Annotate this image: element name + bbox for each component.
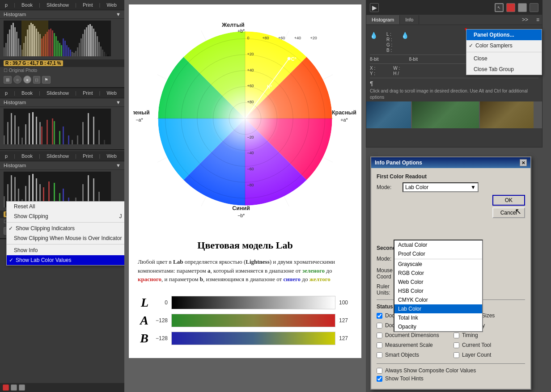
checkbox-current-tool-input[interactable] bbox=[454, 342, 459, 348]
checkbox-always-show-label: Always Show Composite Color Values bbox=[385, 367, 476, 374]
checkbox-doc-sizes-input[interactable] bbox=[377, 313, 382, 319]
eyedropper-icon[interactable]: 💧 bbox=[370, 32, 377, 53]
menu3-web[interactable]: Web bbox=[105, 153, 118, 159]
checkbox-always-show-input[interactable] bbox=[377, 368, 382, 374]
lab-bar-row-a: A −128 127 bbox=[138, 313, 352, 328]
dropdown-close[interactable]: Close bbox=[466, 53, 542, 64]
menu2-p[interactable]: p bbox=[4, 90, 9, 96]
tool-square[interactable]: □ bbox=[33, 76, 40, 84]
context-show-clipping-indicators[interactable]: Show Clipping Indicators bbox=[7, 223, 124, 233]
context-show-clipping-mouse[interactable]: Show Clipping When Mouse is Over Indicat… bbox=[7, 233, 124, 243]
svg-rect-86 bbox=[104, 140, 105, 144]
svg-text:−b*: −b* bbox=[237, 213, 245, 218]
checkbox-layer-count-input[interactable] bbox=[454, 352, 459, 358]
dialog-close-button[interactable]: ✕ bbox=[520, 159, 527, 166]
dropdown-color-samplers[interactable]: Color Samplers bbox=[466, 40, 542, 51]
svg-text:+20: +20 bbox=[247, 52, 254, 56]
checkbox-show-tool-hints-input[interactable] bbox=[377, 376, 382, 382]
checkbox-current-tool: Current Tool bbox=[454, 342, 525, 348]
checkbox-smart-objects-input[interactable] bbox=[377, 352, 382, 358]
histogram2-menu-icon[interactable]: ▼ bbox=[116, 100, 121, 105]
histogram-title-1: Histogram ▼ bbox=[0, 10, 124, 19]
menu3-slideshow[interactable]: Slideshow bbox=[45, 153, 70, 159]
close-btn-left[interactable] bbox=[3, 384, 9, 391]
play-icon[interactable]: ▶ bbox=[370, 3, 379, 12]
tab-more[interactable]: >> bbox=[518, 15, 532, 25]
checkbox-doc-dimensions-input[interactable] bbox=[377, 333, 382, 338]
svg-rect-34 bbox=[63, 38, 64, 56]
red-tool-icon[interactable] bbox=[506, 3, 515, 12]
option-cmyk-color[interactable]: CMYK Color bbox=[394, 295, 482, 304]
menu2-slideshow[interactable]: Slideshow bbox=[45, 90, 70, 96]
checkbox-timing-label: Timing bbox=[462, 332, 478, 338]
option-lab-color[interactable]: Lab Color bbox=[394, 304, 482, 313]
ok-button[interactable]: OK bbox=[492, 195, 525, 206]
eyedropper2-icon[interactable]: 💧 bbox=[401, 32, 409, 53]
first-mode-value: Lab Color bbox=[405, 184, 428, 190]
context-show-lab-color-values[interactable]: ✓ Show Lab Color Values bbox=[7, 255, 124, 265]
option-opacity[interactable]: Opacity bbox=[394, 322, 482, 331]
lab-bar-l bbox=[171, 296, 335, 309]
menu-item-print[interactable]: Print bbox=[81, 2, 94, 8]
checkbox-layer-count-label: Layer Count bbox=[462, 352, 491, 358]
dropdown-close-tab-group[interactable]: Close Tab Group bbox=[466, 64, 542, 75]
svg-rect-42 bbox=[77, 47, 78, 56]
checkbox-measurement-scale-input[interactable] bbox=[377, 342, 382, 348]
option-grayscale[interactable]: Grayscale bbox=[394, 260, 482, 269]
menu3-p[interactable]: p bbox=[4, 153, 9, 159]
menu-item-slideshow[interactable]: Slideshow bbox=[45, 2, 70, 8]
selection-tool-icon[interactable]: ↖ bbox=[495, 3, 504, 12]
h-value: H / bbox=[393, 71, 400, 76]
svg-rect-4 bbox=[9, 30, 10, 56]
menu2-print[interactable]: Print bbox=[81, 90, 94, 96]
text-body: Любой цвет в Lab определяется яркостью (… bbox=[138, 257, 352, 284]
panel-menu-icon[interactable]: ≡ bbox=[534, 15, 542, 25]
option-total-ink[interactable]: Total Ink bbox=[394, 313, 482, 322]
bit-depth-2: 8-bit bbox=[409, 57, 417, 62]
checkbox-doc-profile-input[interactable] bbox=[377, 323, 382, 329]
histogram-menu-icon[interactable]: ▼ bbox=[116, 12, 121, 17]
menu-item-book[interactable]: Book bbox=[20, 2, 34, 8]
first-mode-select[interactable]: Lab Color ▼ bbox=[403, 182, 479, 192]
svg-rect-37 bbox=[68, 47, 69, 56]
checkbox-timing-input[interactable] bbox=[454, 333, 459, 338]
option-actual-color[interactable]: Actual Color bbox=[394, 240, 482, 249]
option-hsb-color[interactable]: HSB Color bbox=[394, 287, 482, 295]
menu2-web[interactable]: Web bbox=[105, 90, 118, 96]
dropdown-panel-options[interactable]: Panel Options... bbox=[466, 30, 542, 40]
svg-rect-76 bbox=[54, 121, 55, 144]
option-proof-color[interactable]: Proof Color bbox=[394, 249, 482, 258]
menu3-print[interactable]: Print bbox=[81, 153, 94, 159]
first-color-label: First Color Readout bbox=[377, 173, 525, 180]
svg-text:+60: +60 bbox=[278, 36, 285, 40]
expand-btn-left[interactable] bbox=[19, 384, 25, 391]
context-show-info[interactable]: Show Info bbox=[7, 245, 124, 255]
context-reset-all[interactable]: Reset All bbox=[7, 202, 124, 211]
context-show-clipping[interactable]: Show ClippingJ bbox=[7, 211, 124, 221]
svg-rect-7 bbox=[14, 27, 16, 56]
b-value: B : bbox=[386, 48, 392, 53]
svg-rect-65 bbox=[14, 115, 16, 144]
toolbar-1: ⊞ ○ ● □ ⚑ bbox=[0, 74, 124, 85]
cursor-hand-icon: ↖ bbox=[515, 207, 521, 216]
option-rgb-color[interactable]: RGB Color bbox=[394, 269, 482, 278]
tab-info[interactable]: Info bbox=[400, 15, 419, 24]
dark-tool-icon[interactable] bbox=[530, 3, 538, 12]
svg-rect-68 bbox=[25, 124, 26, 144]
menu3-book[interactable]: Book bbox=[20, 153, 34, 159]
tool-select[interactable]: ⊞ bbox=[4, 76, 12, 84]
svg-rect-72 bbox=[39, 122, 41, 144]
gray-tool-icon[interactable] bbox=[518, 3, 527, 12]
tab-histogram[interactable]: Histogram bbox=[366, 15, 400, 24]
menu-item-p[interactable]: p bbox=[4, 2, 9, 8]
menu2-book[interactable]: Book bbox=[20, 90, 34, 96]
menu-item-web[interactable]: Web bbox=[105, 2, 118, 8]
histogram3-menu-icon[interactable]: ▼ bbox=[116, 163, 121, 168]
tool-flag[interactable]: ⚑ bbox=[42, 76, 51, 84]
tool-circle[interactable]: ○ bbox=[13, 76, 21, 84]
first-mode-arrow: ▼ bbox=[470, 184, 476, 190]
svg-rect-30 bbox=[55, 36, 57, 56]
option-web-color[interactable]: Web Color bbox=[394, 278, 482, 287]
min-btn-left[interactable] bbox=[11, 384, 17, 391]
tool-target[interactable]: ● bbox=[23, 76, 31, 84]
